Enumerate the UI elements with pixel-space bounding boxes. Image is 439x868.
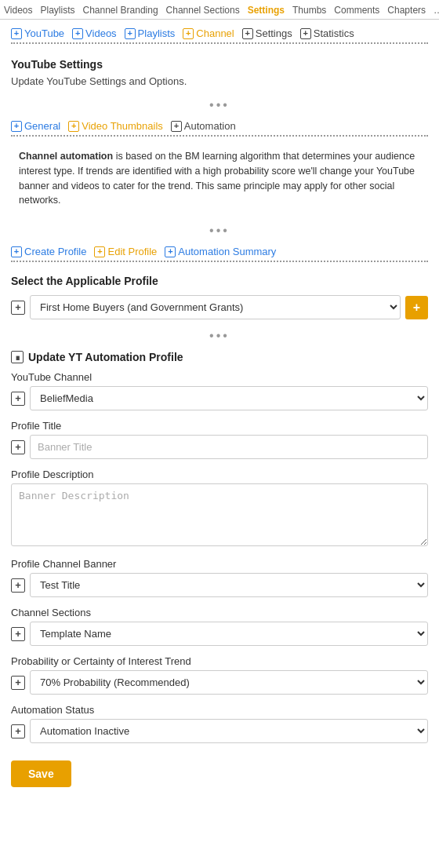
subtab-automation-label: Automation [184,120,236,132]
edit-profile-icon: + [94,246,105,257]
topnav-chapters[interactable]: Chapters [383,5,430,16]
profile-select[interactable]: First Home Buyers (and Government Grants… [30,295,401,319]
automation-status-field: Automation Status + Automation Inactive [11,704,428,743]
profile-description-field: Profile Description [11,469,428,549]
create-profile-label: Create Profile [24,246,86,257]
topnav-channel-branding[interactable]: Channel Branding [79,5,162,16]
automation-status-select[interactable]: Automation Inactive [30,719,428,743]
tab-videos-label: Videos [85,27,117,39]
topnav-thumbs[interactable]: Thumbs [288,5,330,16]
channel-sections-plus-icon[interactable]: + [11,627,25,641]
profile-tabs-divider [11,261,428,262]
top-navigation: Videos Playlists Channel Branding Channe… [0,0,439,20]
profile-description-label: Profile Description [11,469,428,480]
automation-summary-icon: + [165,246,176,257]
tab-videos-icon: + [72,28,83,39]
topnav-more[interactable]: … [430,5,439,16]
edit-profile-label: Edit Profile [107,246,157,257]
youtube-settings-desc: Update YouTube Settings and Options. [0,74,439,95]
profile-select-plus-icon[interactable]: + [11,301,25,315]
automation-status-label: Automation Status [11,704,428,716]
tab-statistics[interactable]: + Statistics [300,27,354,39]
subtab-automation-icon: + [171,121,182,132]
profile-channel-banner-select[interactable]: Test Title [30,573,428,597]
profile-select-row: + First Home Buyers (and Government Gran… [0,292,439,326]
youtube-channel-plus-icon[interactable]: + [11,392,25,406]
profile-tab-edit[interactable]: + Edit Profile [94,246,157,257]
channel-automation-info: Channel automation is based on the BM le… [11,143,428,214]
youtube-channel-field: YouTube Channel + BeliefMedia [11,371,428,410]
profile-channel-banner-label: Profile Channel Banner [11,558,428,570]
profile-channel-banner-plus-icon[interactable]: + [11,578,25,593]
tab-youtube[interactable]: + YouTube [11,27,64,39]
probability-trend-select-row: + 70% Probability (Recommended) [11,670,428,695]
tab-settings-icon: + [242,28,253,39]
topnav-videos[interactable]: Videos [0,5,36,16]
tab-channel-icon: + [183,28,194,39]
channel-sections-field: Channel Sections + Template Name [11,607,428,646]
subtab-thumbnails-icon: + [68,121,79,132]
tab-videos[interactable]: + Videos [72,27,117,39]
tab-youtube-icon: + [11,28,22,39]
tab-statistics-label: Statistics [314,27,354,39]
probability-trend-select[interactable]: 70% Probability (Recommended) [30,670,428,695]
profile-title-input-row: + [11,435,428,459]
profile-add-button[interactable]: + [405,296,428,319]
profile-select-label: Select the Applicable Profile [0,268,439,292]
profile-channel-banner-field: Profile Channel Banner + Test Title [11,558,428,597]
dots-separator-1: ••• [0,95,439,115]
topnav-channel-sections[interactable]: Channel Sections [162,5,244,16]
subtab-general-label: General [24,120,60,132]
topnav-playlists[interactable]: Playlists [36,5,78,16]
main-tabs: + YouTube + Videos + Playlists + Channel… [0,20,439,42]
dots-separator-2: ••• [0,221,439,241]
profile-tab-summary[interactable]: + Automation Summary [165,246,276,257]
profile-channel-banner-select-row: + Test Title [11,573,428,597]
probability-trend-field: Probability or Certainty of Interest Tre… [11,655,428,695]
channel-sections-select[interactable]: Template Name [30,622,428,646]
channel-sections-label: Channel Sections [11,607,428,618]
profile-description-textarea[interactable] [11,483,428,546]
subtabs-divider [11,135,428,137]
tab-playlists-icon: + [125,28,136,39]
tab-playlists[interactable]: + Playlists [125,27,176,39]
profile-tab-create[interactable]: + Create Profile [11,246,86,257]
automation-status-plus-icon[interactable]: + [11,724,25,739]
youtube-channel-select-row: + BeliefMedia [11,386,428,410]
subtab-automation[interactable]: + Automation [171,120,236,132]
probability-trend-label: Probability or Certainty of Interest Tre… [11,655,428,667]
tab-statistics-icon: + [300,28,311,39]
tab-channel[interactable]: + Channel [183,27,234,39]
tab-settings[interactable]: + Settings [242,27,292,39]
probability-trend-plus-icon[interactable]: + [11,676,25,690]
create-profile-icon: + [11,246,22,257]
profile-title-plus-icon[interactable]: + [11,440,25,454]
tab-settings-label: Settings [256,27,292,39]
topnav-comments[interactable]: Comments [330,5,383,16]
profile-title-field: Profile Title + [11,420,428,459]
topnav-settings[interactable]: Settings [244,5,288,16]
youtube-channel-select[interactable]: BeliefMedia [30,386,428,410]
save-button[interactable]: Save [11,760,71,787]
update-section-box-icon: ∎ [11,351,24,363]
subtab-thumbnails-label: Video Thumbnails [82,120,163,132]
automation-summary-label: Automation Summary [178,246,276,257]
tab-playlists-label: Playlists [138,27,176,39]
sub-tabs: + General + Video Thumbnails + Automatio… [0,115,439,135]
youtube-settings-title: YouTube Settings [0,50,439,74]
channel-sections-select-row: + Template Name [11,622,428,646]
subtab-video-thumbnails[interactable]: + Video Thumbnails [68,120,163,132]
subtab-general[interactable]: + General [11,120,60,132]
tabs-divider [11,42,428,44]
tab-youtube-label: YouTube [24,27,64,39]
subtab-general-icon: + [11,121,22,132]
profile-title-label: Profile Title [11,420,428,432]
youtube-channel-label: YouTube Channel [11,371,428,383]
profile-title-input[interactable] [30,435,428,459]
automation-status-select-row: + Automation Inactive [11,719,428,743]
profile-tabs: + Create Profile + Edit Profile + Automa… [0,241,439,261]
dots-separator-3: ••• [0,326,439,346]
infobox-bold: Channel automation [19,151,113,162]
update-automation-section: ∎ Update YT Automation Profile YouTube C… [11,351,428,743]
tab-channel-label: Channel [196,27,234,39]
